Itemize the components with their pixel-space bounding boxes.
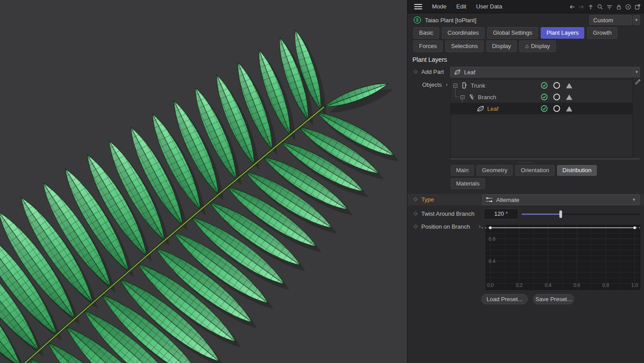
enabled-check-icon[interactable] — [541, 93, 548, 101]
render-triangle-icon[interactable] — [566, 94, 573, 101]
twist-param-row: ◇ Twist Around Branch 120 ° — [408, 208, 644, 220]
param-diamond-icon: ◇ — [414, 69, 417, 74]
subtab-main[interactable]: Main — [451, 165, 474, 176]
back-icon[interactable] — [568, 3, 575, 10]
target-icon[interactable] — [624, 3, 632, 10]
forward-icon[interactable] — [578, 3, 585, 10]
twist-slider[interactable] — [522, 208, 640, 220]
tab-basic[interactable]: Basic — [413, 27, 439, 39]
load-preset-button[interactable]: Load Preset... — [481, 294, 528, 304]
plant-layers-tree[interactable]: – Trunk – Branch — [450, 79, 633, 157]
leaf-icon — [454, 69, 461, 75]
type-label: Type — [421, 196, 434, 203]
tree-item-label: Trunk — [471, 82, 485, 89]
tab-plant-layers[interactable]: Plant Layers — [541, 27, 584, 39]
param-diamond-icon: ◇ — [414, 210, 417, 216]
preset-dropdown[interactable]: Custom — [589, 15, 632, 25]
svg-text:0.6: 0.6 — [574, 282, 580, 288]
twist-value-field[interactable]: 120 ° — [484, 209, 518, 219]
param-diamond-icon: ◇ — [414, 196, 417, 202]
tab-forces[interactable]: Forces — [413, 40, 443, 52]
tab-coordinates[interactable]: Coordinates — [442, 27, 485, 39]
filter-icon[interactable] — [606, 3, 613, 10]
subtab-orientation[interactable]: Orientation — [515, 165, 554, 176]
menu-mode[interactable]: Mode — [432, 3, 447, 10]
section-heading-plant-layers: Plant Layers — [412, 56, 447, 63]
render-triangle-icon[interactable] — [566, 105, 573, 112]
tab-display-2[interactable]: ⌂Display — [519, 40, 555, 52]
svg-text:1.0: 1.0 — [631, 282, 638, 288]
save-preset-button[interactable]: Save Preset... — [533, 294, 574, 304]
add-part-row: ◇ Add Part Leaf ▼ — [408, 67, 644, 77]
enabled-check-icon[interactable] — [541, 82, 548, 89]
viewport-3d[interactable] — [0, 0, 407, 363]
svg-text:0.0: 0.0 — [487, 282, 493, 288]
attributes-panel: Mode Edit User Data — [407, 0, 644, 363]
popout-icon[interactable] — [634, 3, 641, 10]
svg-text:0.4: 0.4 — [489, 258, 495, 264]
position-spline-editor[interactable]: 0.80.40.00.20.40.60.81.0 — [479, 224, 644, 292]
up-arrow-icon[interactable] — [587, 3, 594, 10]
application-window: Mode Edit User Data — [0, 0, 644, 363]
objects-chevron-icon[interactable]: › — [446, 81, 448, 88]
tree-row-branch[interactable]: – Branch — [451, 91, 632, 103]
menu-user-data[interactable]: User Data — [476, 3, 502, 10]
visibility-circle-icon[interactable] — [553, 105, 560, 112]
subtab-materials[interactable]: Materials — [451, 178, 485, 189]
taiao-plant-logo-icon — [413, 16, 421, 24]
type-param-row: ◇ Type Alternate ▼ — [408, 194, 644, 206]
collapse-toggle-icon[interactable]: – — [453, 84, 457, 88]
tree-row-state-icons — [541, 93, 573, 101]
tree-row-leaf[interactable]: Leaf — [451, 103, 632, 114]
object-title: Taiao Plant [toPlant] — [425, 17, 477, 24]
type-dropdown-caret-icon: ▼ — [632, 198, 636, 202]
tab-row-2: Forces Selections Display ⌂Display — [413, 40, 556, 52]
tree-horizontal-scrollbar[interactable] — [450, 158, 640, 160]
tree-item-label: Branch — [478, 94, 496, 101]
twist-label: Twist Around Branch — [421, 210, 474, 217]
panel-splitter-handle[interactable]: ······ — [408, 160, 644, 165]
position-label: Position on Branch — [421, 223, 470, 230]
alternate-icon — [485, 197, 493, 203]
menubar-toolbar — [568, 0, 641, 13]
leaf-icon — [477, 105, 485, 112]
add-part-value: Leaf — [464, 69, 475, 76]
tab-row-1: Basic Coordinates Global Settings Plant … — [413, 27, 617, 39]
tree-item-label: Leaf — [487, 105, 498, 112]
tab-global-settings[interactable]: Global Settings — [487, 27, 538, 39]
render-triangle-icon[interactable] — [566, 82, 573, 89]
slider-handle[interactable] — [559, 210, 562, 218]
objects-label: Objects — [422, 81, 442, 88]
type-dropdown[interactable]: Alternate ▼ — [482, 194, 640, 205]
lock-icon[interactable] — [615, 3, 622, 10]
menu-edit[interactable]: Edit — [457, 3, 466, 10]
add-part-dropdown[interactable]: Leaf — [450, 67, 633, 77]
tab-growth[interactable]: Growth — [587, 27, 617, 39]
hamburger-menu-icon[interactable] — [414, 4, 422, 9]
visibility-circle-icon[interactable] — [553, 93, 560, 101]
pick-pencil-icon[interactable] — [634, 78, 641, 85]
type-value: Alternate — [496, 197, 519, 203]
attribute-menubar: Mode Edit User Data — [408, 0, 644, 13]
trunk-icon — [460, 82, 468, 89]
fern-frond-render — [0, 0, 407, 363]
add-part-dropdown-caret-icon[interactable]: ▼ — [633, 67, 640, 77]
visibility-circle-icon[interactable] — [553, 82, 560, 89]
house-icon: ⌂ — [525, 43, 529, 49]
preset-dropdown-caret-icon[interactable]: ▼ — [633, 15, 640, 25]
subtab-geometry[interactable]: Geometry — [477, 165, 513, 176]
tab-selections[interactable]: Selections — [445, 40, 484, 52]
subtab-row-1: Main Geometry Orientation Distribution — [451, 165, 597, 176]
collapse-toggle-icon[interactable]: – — [461, 95, 465, 99]
object-header: Taiao Plant [toPlant] Custom ▼ — [408, 14, 644, 26]
tree-row-trunk[interactable]: – Trunk — [451, 80, 632, 91]
tab-display[interactable]: Display — [486, 40, 517, 52]
enabled-check-icon[interactable] — [541, 105, 548, 112]
branch-icon — [467, 93, 475, 101]
svg-text:0.8: 0.8 — [489, 236, 495, 242]
svg-text:0.4: 0.4 — [545, 282, 551, 288]
param-diamond-icon: ◇ — [414, 223, 417, 229]
slider-fill — [522, 214, 561, 215]
search-icon[interactable] — [596, 3, 603, 10]
subtab-distribution[interactable]: Distribution — [557, 165, 597, 176]
